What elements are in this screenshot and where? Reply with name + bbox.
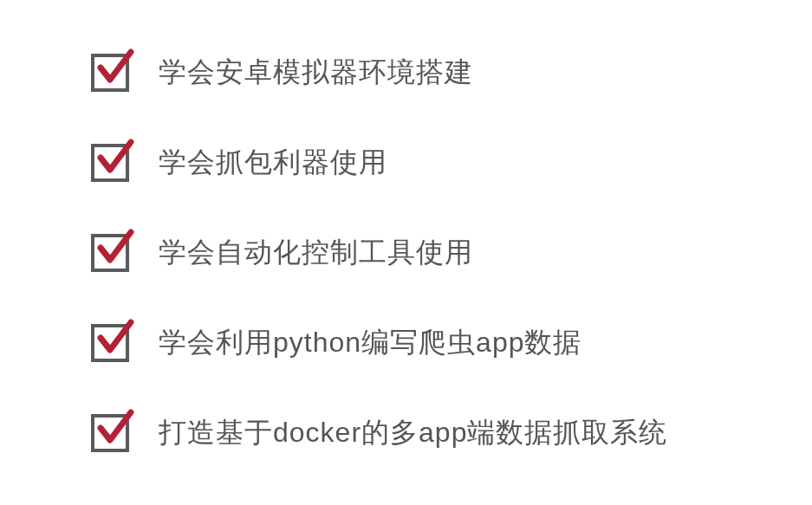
checked-checkbox-icon (91, 52, 131, 92)
checked-checkbox-icon (91, 142, 131, 182)
list-item: 学会利用python编写爬虫app数据 (91, 322, 812, 362)
checked-checkbox-icon (91, 232, 131, 272)
list-item-label: 打造基于docker的多app端数据抓取系统 (159, 416, 667, 449)
checked-checkbox-icon (91, 412, 131, 452)
list-item: 打造基于docker的多app端数据抓取系统 (91, 412, 812, 452)
list-item: 学会安卓模拟器环境搭建 (91, 52, 812, 92)
list-item-label: 学会利用python编写爬虫app数据 (159, 326, 581, 359)
list-item-label: 学会安卓模拟器环境搭建 (159, 55, 473, 88)
checklist: 学会安卓模拟器环境搭建 学会抓包利器使用 学会自动化控制工具使用 学会利用pyt… (91, 52, 812, 452)
list-item-label: 学会自动化控制工具使用 (159, 236, 473, 269)
checked-checkbox-icon (91, 322, 131, 362)
list-item: 学会抓包利器使用 (91, 142, 812, 182)
list-item: 学会自动化控制工具使用 (91, 232, 812, 272)
list-item-label: 学会抓包利器使用 (159, 146, 387, 178)
